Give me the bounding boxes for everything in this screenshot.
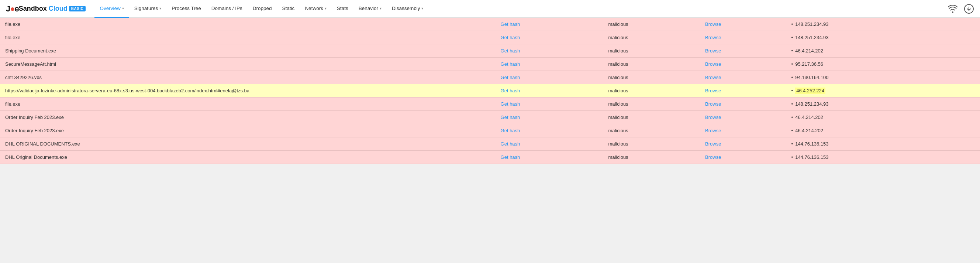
nav-network-caret: ▾	[325, 6, 326, 10]
cell-ip: •95.217.36.56	[786, 57, 980, 71]
nav-dropped[interactable]: Dropped	[248, 0, 277, 18]
cell-filename: DHL ORIGINAL DOCUMENTS.exe	[0, 137, 496, 151]
nav-dropped-label: Dropped	[253, 6, 272, 11]
nav-overview-caret: ▾	[122, 6, 124, 10]
cell-filename: file.exe	[0, 97, 496, 111]
cell-verdict: malicious	[603, 31, 700, 44]
cell-filename: Shipping Document.exe	[0, 44, 496, 57]
cell-ip: •46.4.214.202	[786, 124, 980, 137]
nav-behavior[interactable]: Behavior ▾	[353, 0, 387, 18]
table-row: Order Inquiry Feb 2023.exeGet hashmalici…	[0, 111, 980, 124]
cell-get-hash: Get hash	[496, 137, 603, 151]
nav-disassembly[interactable]: Disassembly ▾	[387, 0, 429, 18]
get-hash-link[interactable]: Get hash	[501, 128, 520, 133]
browse-link[interactable]: Browse	[705, 35, 721, 40]
logo-sandbox: Sandbox	[19, 5, 47, 13]
nav-behavior-label: Behavior	[359, 6, 378, 11]
cell-get-hash: Get hash	[496, 84, 603, 97]
cell-verdict: malicious	[603, 151, 700, 164]
table-row: file.exeGet hashmaliciousBrowse•148.251.…	[0, 18, 980, 31]
table-row: file.exeGet hashmaliciousBrowse•148.251.…	[0, 31, 980, 44]
cell-browse: Browse	[700, 124, 786, 137]
cell-ip: •148.251.234.93	[786, 97, 980, 111]
nav-static-label: Static	[282, 6, 295, 11]
cell-get-hash: Get hash	[496, 57, 603, 71]
table-row: Order Inquiry Feb 2023.exeGet hashmalici…	[0, 124, 980, 137]
wifi-icon[interactable]	[948, 4, 958, 14]
cell-ip: •94.130.164.100	[786, 71, 980, 84]
browse-link[interactable]: Browse	[705, 128, 721, 133]
browse-link[interactable]: Browse	[705, 155, 721, 160]
cell-filename: DHL Original Documents.exe	[0, 151, 496, 164]
cell-get-hash: Get hash	[496, 71, 603, 84]
cell-verdict: malicious	[603, 124, 700, 137]
cell-get-hash: Get hash	[496, 111, 603, 124]
nav-network[interactable]: Network ▾	[300, 0, 332, 18]
cell-get-hash: Get hash	[496, 124, 603, 137]
cell-browse: Browse	[700, 97, 786, 111]
nav-domains-ips[interactable]: Domains / IPs	[206, 0, 248, 18]
table-row: cnf13429226.vbsGet hashmaliciousBrowse•9…	[0, 71, 980, 84]
get-hash-link[interactable]: Get hash	[501, 48, 520, 54]
cell-get-hash: Get hash	[496, 44, 603, 57]
get-hash-link[interactable]: Get hash	[501, 101, 520, 107]
browse-link[interactable]: Browse	[705, 141, 721, 147]
cell-filename: file.exe	[0, 18, 496, 31]
get-hash-link[interactable]: Get hash	[501, 155, 520, 160]
cell-verdict: malicious	[603, 111, 700, 124]
cell-filename: file.exe	[0, 31, 496, 44]
cell-filename: Order Inquiry Feb 2023.exe	[0, 124, 496, 137]
cell-browse: Browse	[700, 57, 786, 71]
ip-highlighted: 46.4.252.224	[795, 88, 826, 94]
cell-filename: Order Inquiry Feb 2023.exe	[0, 111, 496, 124]
cell-get-hash: Get hash	[496, 31, 603, 44]
cell-ip: •144.76.136.153	[786, 151, 980, 164]
nav-behavior-caret: ▾	[380, 6, 382, 10]
nav-signatures-caret: ▾	[159, 6, 161, 10]
get-hash-link[interactable]: Get hash	[501, 21, 520, 27]
nav-domains-ips-label: Domains / IPs	[212, 6, 242, 11]
get-hash-link[interactable]: Get hash	[501, 35, 520, 40]
browse-link[interactable]: Browse	[705, 21, 721, 27]
cell-ip: •148.251.234.93	[786, 18, 980, 31]
browse-link[interactable]: Browse	[705, 61, 721, 67]
nav-static[interactable]: Static	[277, 0, 300, 18]
nav-overview[interactable]: Overview ▾	[94, 0, 129, 18]
cell-browse: Browse	[700, 18, 786, 31]
get-hash-link[interactable]: Get hash	[501, 61, 520, 67]
browse-link[interactable]: Browse	[705, 75, 721, 80]
get-hash-link[interactable]: Get hash	[501, 88, 520, 94]
table-row: SecureMessageAtt.htmlGet hashmaliciousBr…	[0, 57, 980, 71]
cell-browse: Browse	[700, 31, 786, 44]
cell-ip: •46.4.214.202	[786, 111, 980, 124]
cell-verdict: malicious	[603, 84, 700, 97]
get-hash-link[interactable]: Get hash	[501, 141, 520, 147]
nav-overview-label: Overview	[100, 6, 120, 11]
cell-filename: SecureMessageAtt.html	[0, 57, 496, 71]
nav-process-tree[interactable]: Process Tree	[166, 0, 206, 18]
cell-verdict: malicious	[603, 97, 700, 111]
cell-browse: Browse	[700, 84, 786, 97]
navbar: J●e Sandbox Cloud BASIC Overview ▾ Signa…	[0, 0, 980, 18]
nav-signatures[interactable]: Signatures ▾	[129, 0, 167, 18]
nav-disassembly-caret: ▾	[422, 6, 423, 10]
nav-stats[interactable]: Stats	[332, 0, 353, 18]
nav-network-label: Network	[305, 6, 323, 11]
browse-link[interactable]: Browse	[705, 101, 721, 107]
cell-browse: Browse	[700, 111, 786, 124]
browse-link[interactable]: Browse	[705, 88, 721, 94]
cell-get-hash: Get hash	[496, 18, 603, 31]
nav-items: Overview ▾ Signatures ▾ Process Tree Dom…	[94, 0, 948, 18]
browse-link[interactable]: Browse	[705, 48, 721, 54]
cell-verdict: malicious	[603, 44, 700, 57]
get-hash-link[interactable]: Get hash	[501, 75, 520, 80]
cell-verdict: malicious	[603, 57, 700, 71]
browse-link[interactable]: Browse	[705, 115, 721, 120]
get-hash-link[interactable]: Get hash	[501, 115, 520, 120]
logo[interactable]: J●e Sandbox Cloud BASIC	[6, 4, 86, 14]
cell-verdict: malicious	[603, 71, 700, 84]
download-icon[interactable]	[964, 4, 974, 14]
table-row: DHL Original Documents.exeGet hashmalici…	[0, 151, 980, 164]
nav-process-tree-label: Process Tree	[172, 6, 201, 11]
nav-signatures-label: Signatures	[134, 6, 158, 11]
